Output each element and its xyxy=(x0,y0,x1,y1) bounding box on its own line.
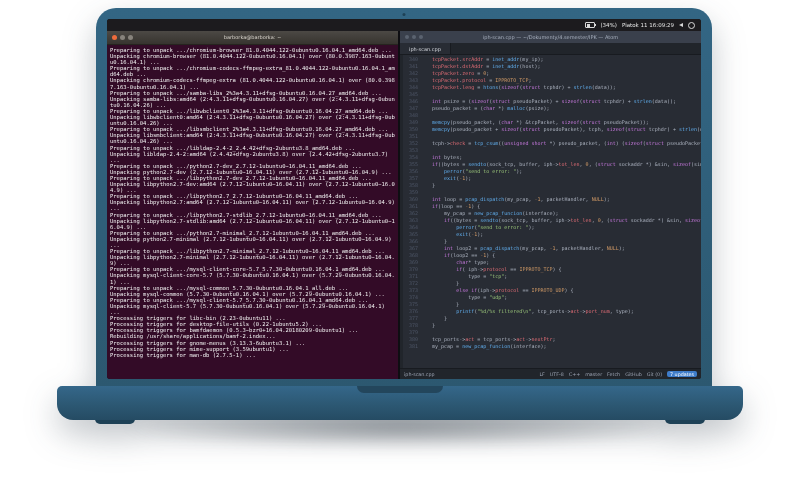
atom-titlebar[interactable]: iph-scan.cpp — ~/Dokumenty/4.semester/IP… xyxy=(400,31,701,43)
code-line: my_pcap = new_pcap_funcion(interface); xyxy=(420,343,701,350)
terminal-output[interactable]: Preparing to unpack .../chromium-browser… xyxy=(107,45,398,379)
code-line: int psize = (sizeof(struct pseudoPacket)… xyxy=(420,98,701,105)
line-number: 362 xyxy=(403,210,418,217)
code-line: char* type; xyxy=(420,259,701,266)
status-file[interactable]: iph-scan.cpp xyxy=(404,372,435,377)
atom-maximize-button[interactable] xyxy=(419,35,423,39)
power-icon[interactable] xyxy=(688,22,695,29)
terminal-line: Unpacking libpython2.7-stdlib:amd64 (2.7… xyxy=(110,218,395,230)
line-number: 370 xyxy=(403,266,418,273)
line-number: 343 xyxy=(403,77,418,84)
code-line: } xyxy=(420,315,701,322)
status-item[interactable]: LF xyxy=(539,372,544,377)
status-item[interactable]: Git (0) xyxy=(647,372,662,377)
line-number: 361 xyxy=(403,203,418,210)
terminal-line: Unpacking libpython2.7:amd64 (2.7.12-1ub… xyxy=(110,199,395,211)
battery-icon[interactable] xyxy=(585,22,595,28)
atom-close-button[interactable] xyxy=(405,35,409,39)
line-number: 347 xyxy=(403,105,418,112)
code-line: type = "tcp"; xyxy=(420,273,701,280)
terminal-line: Preparing to unpack .../libldap-2.4-2_2.… xyxy=(110,145,395,151)
status-item[interactable]: master xyxy=(585,372,602,377)
line-number: 354 xyxy=(403,154,418,161)
terminal-line: Preparing to unpack .../python2.7-dev_2.… xyxy=(110,163,395,169)
line-number: 342 xyxy=(403,70,418,77)
terminal-line: Unpacking chromium-browser (81.0.4044.12… xyxy=(110,53,395,65)
terminal-line: Unpacking libpython2.7-minimal (2.7.12-1… xyxy=(110,254,395,266)
terminal-line: Unpacking mysql-client-5.7 (5.7.30-0ubun… xyxy=(110,303,395,315)
editor-code[interactable]: tcpPacket.srcAddr = inet_addr(my_ip); tc… xyxy=(420,55,701,368)
terminal-close-button[interactable] xyxy=(112,35,117,40)
code-line xyxy=(420,189,701,196)
atom-tab-bar: iph-scan.cpp xyxy=(400,43,701,55)
line-number: 369 xyxy=(403,259,418,266)
code-line: } xyxy=(420,301,701,308)
terminal-line: Unpacking mysql-client-core-5.7 (5.7.30-… xyxy=(110,272,395,284)
code-line: exit(-1); xyxy=(420,175,701,182)
code-line xyxy=(420,112,701,119)
webcam-icon xyxy=(403,13,406,16)
line-number: 367 xyxy=(403,245,418,252)
volume-icon[interactable] xyxy=(679,23,683,27)
line-number: 360 xyxy=(403,196,418,203)
laptop-base-notch xyxy=(357,386,443,393)
code-line: perror("send to error: "); xyxy=(420,224,701,231)
terminal-titlebar[interactable]: barborka@barborka: ~ xyxy=(107,31,398,45)
line-number: 345 xyxy=(403,91,418,98)
line-number: 372 xyxy=(403,280,418,287)
editor-gutter: 3403413423433443453463473483493503513523… xyxy=(403,55,420,368)
line-number: 381 xyxy=(403,343,418,350)
code-line: perror("send to error: "); xyxy=(420,168,701,175)
code-line: exit(-1); xyxy=(420,231,701,238)
code-line: if((bytes = sendto(sock_tcp, buffer, iph… xyxy=(420,217,701,224)
code-line: memcpy(pseudo_packet + sizeof(struct pse… xyxy=(420,126,701,133)
tab-iph-scan[interactable]: iph-scan.cpp xyxy=(400,43,451,54)
line-number: 373 xyxy=(403,287,418,294)
clock[interactable]: Piatok 11 16:09:29 xyxy=(622,22,674,28)
atom-minimize-button[interactable] xyxy=(412,35,416,39)
terminal-line: Processing triggers for man-db (2.7.5-1)… xyxy=(110,352,395,358)
screen: (34%) Piatok 11 16:09:29 barborka@barbor… xyxy=(107,19,701,379)
line-number: 379 xyxy=(403,329,418,336)
code-line: } xyxy=(420,238,701,245)
code-line: pseudo_packet = (char *) malloc(psize); xyxy=(420,105,701,112)
code-line: tcph->check = tcp_csum((unsigned short *… xyxy=(420,140,701,147)
terminal-line: Unpacking chromium-codecs-ffmpeg-extra (… xyxy=(110,77,395,89)
code-line: } xyxy=(420,322,701,329)
code-line: if((bytes = sendto(sock_tcp, buffer, iph… xyxy=(420,161,701,168)
code-line: my_pcap = new_pcap_funcion(interface); xyxy=(420,210,701,217)
terminal-maximize-button[interactable] xyxy=(128,35,133,40)
terminal-line: Preparing to unpack .../samba-libs_2%3a4… xyxy=(110,90,395,96)
battery-percent: (34%) xyxy=(600,22,617,28)
line-number: 356 xyxy=(403,168,418,175)
line-number: 374 xyxy=(403,294,418,301)
status-item[interactable]: Fetch xyxy=(607,372,620,377)
status-item[interactable]: UTF-8 xyxy=(550,372,564,377)
code-line: int loop = pcap_dispatch(my_pcap, -1, pa… xyxy=(420,196,701,203)
line-number: 340 xyxy=(403,56,418,63)
line-number: 375 xyxy=(403,301,418,308)
update-badge[interactable]: 7 updates xyxy=(667,371,697,377)
line-number: 351 xyxy=(403,133,418,140)
line-number: 376 xyxy=(403,308,418,315)
terminal-minimize-button[interactable] xyxy=(120,35,125,40)
terminal-line: Unpacking libpython2.7-dev:amd64 (2.7.12… xyxy=(110,181,395,193)
line-number: 357 xyxy=(403,175,418,182)
status-item[interactable]: GitHub xyxy=(625,372,642,377)
line-number: 365 xyxy=(403,231,418,238)
code-line: printf("%d/%s filtered\n", tcp_ports->ac… xyxy=(420,308,701,315)
atom-window-title: iph-scan.cpp — ~/Dokumenty/4.semester/IP… xyxy=(400,31,701,43)
laptop-base xyxy=(57,386,743,420)
code-line: type = "udp"; xyxy=(420,294,701,301)
atom-editor[interactable]: 3403413423433443453463473483493503513523… xyxy=(400,55,701,368)
line-number: 350 xyxy=(403,126,418,133)
status-item[interactable]: C++ xyxy=(569,372,580,377)
code-line xyxy=(420,91,701,98)
status-right: LFUTF-8C++masterFetchGitHubGit (0) xyxy=(539,372,662,377)
line-number: 363 xyxy=(403,217,418,224)
code-line: } xyxy=(420,182,701,189)
line-number: 377 xyxy=(403,315,418,322)
code-line: int bytes; xyxy=(420,154,701,161)
code-line: tcpPacket.srcAddr = inet_addr(my_ip); xyxy=(420,56,701,63)
line-number: 366 xyxy=(403,238,418,245)
